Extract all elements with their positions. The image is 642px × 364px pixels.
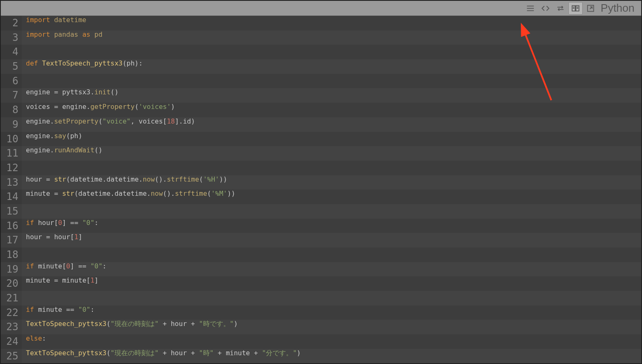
line-content[interactable]: minute = minute[1]	[22, 276, 641, 291]
line-content[interactable]: def TextToSpeech_pyttsx3(ph):	[22, 59, 641, 74]
code-line[interactable]: 12	[1, 161, 641, 175]
line-content[interactable]: engine = pyttsx3.init()	[22, 88, 641, 103]
line-content[interactable]: if minute == "0":	[22, 306, 641, 320]
line-content[interactable]: TextToSpeech_pyttsx3("現在の時刻は" + hour + "…	[22, 320, 641, 334]
line-number: 7	[1, 88, 22, 103]
swap-icon[interactable]	[553, 2, 568, 15]
line-content[interactable]: minute = str(datetime.datetime.now().str…	[22, 190, 641, 204]
code-editor[interactable]: 2import datetime3import pandas as pd45de…	[1, 16, 641, 363]
code-line[interactable]: 23 TextToSpeech_pyttsx3("現在の時刻は" + hour …	[1, 320, 641, 334]
code-line[interactable]: 2import datetime	[1, 16, 641, 30]
line-number: 17	[1, 233, 22, 248]
line-content[interactable]: TextToSpeech_pyttsx3("現在の時刻は" + hour + "…	[22, 349, 641, 364]
line-number: 9	[1, 117, 22, 132]
line-content[interactable]	[22, 204, 641, 219]
line-content[interactable]: import pandas as pd	[22, 30, 641, 45]
code-line[interactable]: 15	[1, 204, 641, 219]
code-line[interactable]: 25 TextToSpeech_pyttsx3("現在の時刻は" + hour …	[1, 349, 641, 364]
line-content[interactable]	[22, 291, 641, 306]
line-number: 8	[1, 103, 22, 117]
line-number: 5	[1, 59, 22, 74]
line-content[interactable]: engine.runAndWait()	[22, 146, 641, 161]
line-content[interactable]: if hour[0] == "0":	[22, 219, 641, 233]
line-number: 13	[1, 175, 22, 190]
line-number: 22	[1, 306, 22, 320]
code-line[interactable]: 17 hour = hour[1]	[1, 233, 641, 248]
line-number: 20	[1, 276, 22, 291]
line-number: 2	[1, 16, 22, 30]
code-line[interactable]: 11 engine.runAndWait()	[1, 146, 641, 161]
line-number: 12	[1, 161, 22, 175]
code-line[interactable]: 5def TextToSpeech_pyttsx3(ph):	[1, 59, 641, 74]
line-number: 4	[1, 45, 22, 59]
line-number: 6	[1, 74, 22, 88]
code-line[interactable]: 7 engine = pyttsx3.init()	[1, 88, 641, 103]
code-line[interactable]: 8 voices = engine.getProperty('voices')	[1, 103, 641, 117]
code-line[interactable]: 24else:	[1, 334, 641, 349]
code-line[interactable]: 10 engine.say(ph)	[1, 132, 641, 147]
line-number: 15	[1, 204, 22, 219]
line-number: 11	[1, 146, 22, 161]
line-number: 10	[1, 132, 22, 147]
code-line[interactable]: 13hour = str(datetime.datetime.now().str…	[1, 175, 641, 190]
line-number: 14	[1, 190, 22, 204]
editor-toolbar: Python	[1, 1, 641, 16]
line-content[interactable]: import datetime	[22, 16, 641, 30]
code-line[interactable]: 3import pandas as pd	[1, 30, 641, 45]
line-content[interactable]: engine.say(ph)	[22, 132, 641, 147]
line-content[interactable]: hour = hour[1]	[22, 233, 641, 248]
side-by-side-icon[interactable]	[568, 2, 583, 15]
line-number: 24	[1, 334, 22, 349]
code-line[interactable]: 18	[1, 248, 641, 262]
language-label[interactable]: Python	[598, 2, 639, 15]
soft-wrap-icon[interactable]	[523, 2, 538, 15]
line-content[interactable]: if minute[0] == "0":	[22, 262, 641, 277]
line-number: 19	[1, 262, 22, 277]
line-content[interactable]	[22, 74, 641, 88]
line-content[interactable]: voices = engine.getProperty('voices')	[22, 103, 641, 117]
line-number: 23	[1, 320, 22, 334]
code-line[interactable]: 20 minute = minute[1]	[1, 276, 641, 291]
code-line[interactable]: 22if minute == "0":	[1, 306, 641, 320]
line-number: 25	[1, 349, 22, 364]
code-line[interactable]: 19if minute[0] == "0":	[1, 262, 641, 277]
line-content[interactable]	[22, 161, 641, 175]
line-content[interactable]: hour = str(datetime.datetime.now().strft…	[22, 175, 641, 190]
line-content[interactable]	[22, 248, 641, 262]
code-line[interactable]: 21	[1, 291, 641, 306]
code-line[interactable]: 4	[1, 45, 641, 59]
line-content[interactable]: else:	[22, 334, 641, 349]
line-number: 21	[1, 291, 22, 306]
code-line[interactable]: 9 engine.setProperty("voice", voices[18]…	[1, 117, 641, 132]
line-number: 16	[1, 219, 22, 233]
code-line[interactable]: 14minute = str(datetime.datetime.now().s…	[1, 190, 641, 204]
popout-icon[interactable]	[583, 2, 598, 15]
line-number: 18	[1, 248, 22, 262]
line-content[interactable]: engine.setProperty("voice", voices[18].i…	[22, 117, 641, 132]
code-view-icon[interactable]	[538, 2, 553, 15]
line-number: 3	[1, 30, 22, 45]
code-line[interactable]: 16if hour[0] == "0":	[1, 219, 641, 233]
code-line[interactable]: 6	[1, 74, 641, 88]
line-content[interactable]	[22, 45, 641, 59]
